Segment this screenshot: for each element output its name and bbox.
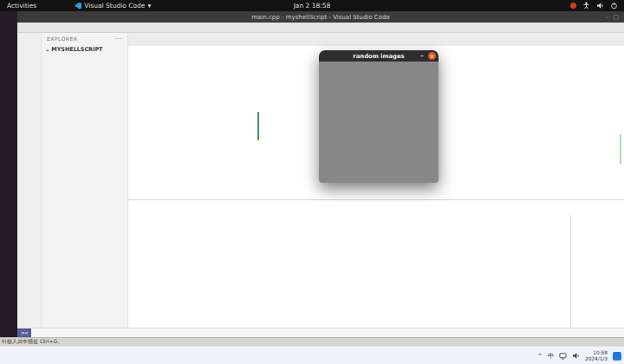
window-controls: –▢ — [605, 11, 619, 23]
terminal[interactable] — [132, 214, 567, 328]
maximize-icon[interactable]: ▢ — [613, 14, 619, 21]
gnome-app-menu[interactable]: Visual Studio Code ▾ — [75, 2, 151, 10]
notification-badge[interactable] — [613, 352, 621, 361]
caret-down-icon: ▾ — [147, 2, 151, 10]
taskbar-time: 10:58 — [585, 350, 608, 356]
taskbar-tray: ^ 中 10:58 2024/1/3 — [537, 347, 621, 364]
editor-tabs — [128, 33, 624, 46]
minimize-icon[interactable]: – — [605, 14, 608, 21]
bottom-panel — [128, 199, 624, 328]
screen: Activities Visual Studio Code ▾ Jan 2 18… — [0, 0, 624, 364]
explorer-root-folder[interactable]: ⌄ MYSHELLSCRIPT — [42, 44, 127, 54]
explorer-header: EXPLORER — [47, 36, 78, 42]
explorer-actions-button[interactable]: ··· — [115, 36, 122, 42]
ime-indicator[interactable]: 中 — [548, 352, 554, 361]
vscode-app-icon — [75, 3, 81, 10]
vscode-title-bar[interactable]: main.cpp - myshellScript - Visual Studio… — [17, 11, 624, 23]
ubuntu-dock — [0, 11, 17, 337]
hidden-icons-chevron[interactable]: ^ — [537, 353, 543, 360]
random-noise-image — [319, 62, 439, 183]
terminal-list — [570, 214, 624, 328]
vmware-status-bar: 针移入其中捕捉 Ctrl+G。 — [0, 337, 624, 346]
menu-bar — [17, 23, 624, 33]
activities-button[interactable]: Activities — [7, 2, 36, 10]
opencv-window-title: random images — [353, 53, 404, 60]
opencv-image-window[interactable]: random images – × — [319, 50, 439, 183]
power-icon — [610, 2, 618, 10]
activity-bar — [17, 33, 42, 328]
git-added-gutter — [257, 112, 259, 140]
network-icon[interactable] — [559, 352, 567, 360]
panel-tabs — [128, 200, 624, 214]
taskbar-clock[interactable]: 10:58 2024/1/3 — [585, 350, 608, 361]
windows-taskbar: ^ 中 10:58 2024/1/3 — [0, 346, 624, 364]
recording-icon — [570, 3, 576, 9]
sidebar-explorer: EXPLORER ··· ⌄ MYSHELLSCRIPT — [42, 33, 128, 328]
taskbar-date: 2024/1/3 — [585, 356, 608, 362]
window-title: main.cpp - myshellScript - Visual Studio… — [251, 14, 390, 21]
remote-indicator[interactable]: >< — [17, 328, 31, 337]
vmware-hint-text: 针移入其中捕捉 Ctrl+G。 — [0, 338, 62, 346]
gnome-app-name: Visual Studio Code — [84, 2, 145, 10]
overview-ruler[interactable] — [618, 55, 622, 199]
gnome-clock[interactable]: Jan 2 18:58 — [294, 2, 331, 10]
accessibility-icon — [582, 2, 590, 10]
ruler-change-mark — [620, 134, 622, 164]
gnome-top-bar: Activities Visual Studio Code ▾ Jan 2 18… — [0, 0, 624, 11]
close-button[interactable]: × — [428, 52, 436, 60]
gnome-system-tray[interactable] — [570, 2, 618, 10]
opencv-window-title-bar[interactable]: random images – × — [319, 50, 439, 62]
volume-icon — [596, 2, 604, 10]
status-bar: >< — [17, 328, 624, 337]
speaker-icon[interactable] — [572, 352, 580, 360]
chevron-down-icon: ⌄ — [45, 46, 49, 53]
minimize-button[interactable]: – — [420, 50, 424, 62]
